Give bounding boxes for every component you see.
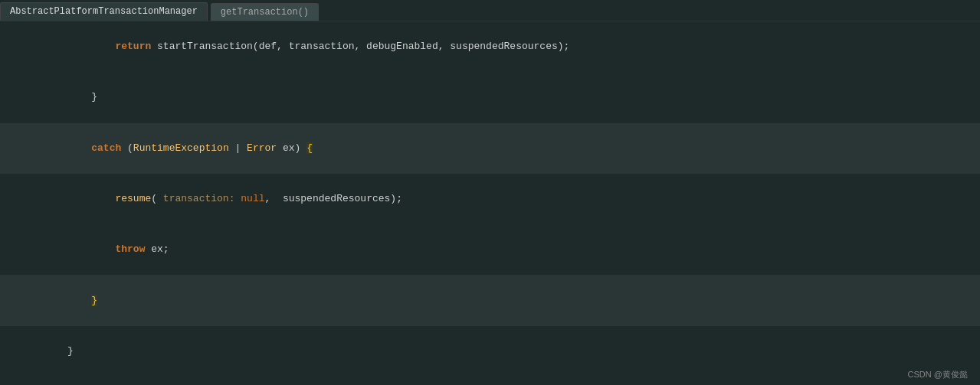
code-line: } [0, 326, 980, 377]
tab-bar: AbstractPlatformTransactionManager getTr… [0, 0, 980, 21]
code-line: } [0, 275, 980, 325]
code-line: throw ex; [0, 224, 980, 275]
code-line: return startTransaction(def, transaction… [0, 21, 980, 72]
code-line-catch: catch (RuntimeException | Error ex) { [0, 123, 980, 174]
code-line: } [0, 72, 980, 122]
footer: CSDN @黄俊懿 [908, 369, 968, 380]
tab-get-transaction[interactable]: getTransaction() [211, 3, 319, 21]
tab-abstract-platform[interactable]: AbstractPlatformTransactionManager [0, 2, 208, 21]
code-area: return startTransaction(def, transaction… [0, 21, 980, 385]
code-line: else { [0, 377, 980, 385]
code-line: resume( transaction: null, suspendedReso… [0, 174, 980, 224]
